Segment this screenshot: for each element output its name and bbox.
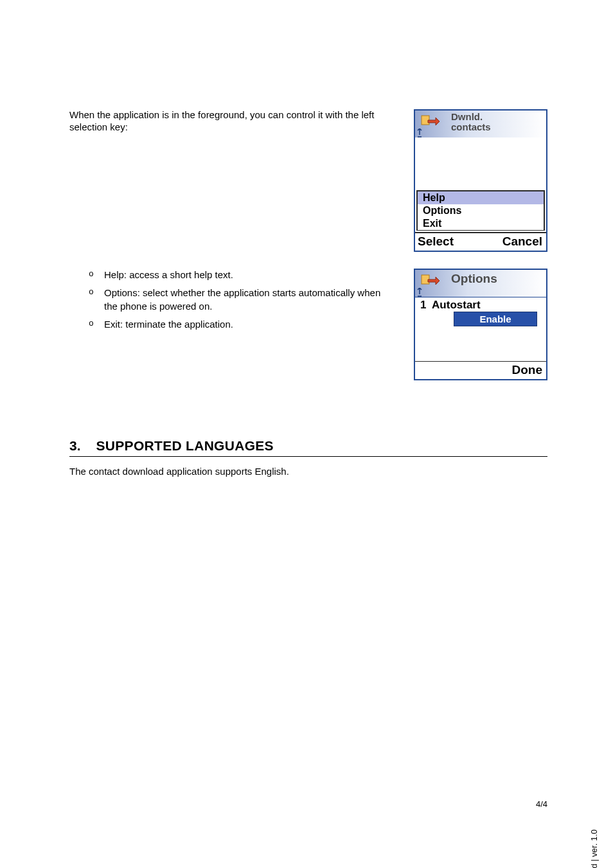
- menu-item-exit[interactable]: Exit: [418, 217, 544, 230]
- menu-item-options[interactable]: Options: [418, 204, 544, 217]
- phone-header: Options: [415, 270, 546, 297]
- option-label: Autostart: [432, 299, 481, 311]
- app-icon: [420, 272, 441, 288]
- phone-screen-options: Options 1 Autostart Enable Done: [414, 269, 547, 380]
- options-title: Options: [451, 274, 497, 284]
- phone-body-empty: [415, 137, 546, 189]
- list-item: Help: access a short help text.: [89, 269, 396, 281]
- menu-item-help[interactable]: Help: [418, 191, 544, 204]
- list-item: Options: select whether the application …: [89, 287, 396, 313]
- options-body: 1 Autostart Enable: [415, 297, 546, 329]
- softkey-done[interactable]: Done: [512, 363, 543, 377]
- enable-button[interactable]: Enable: [454, 312, 537, 326]
- section-title: SUPPORTED LANGUAGES: [96, 438, 274, 454]
- copyright-text: Copyright © 2007 Nokia. All rights reser…: [589, 829, 599, 868]
- phone-menu: Help Options Exit: [416, 190, 545, 231]
- softkey-bar: Select Cancel: [415, 232, 546, 251]
- phone-screen-menu: Dwnld. contacts Help Options Exit Select…: [414, 109, 547, 252]
- softkey-bar: Done: [415, 361, 546, 379]
- title-line1: Dwnld.: [451, 112, 491, 122]
- section-heading: 3. SUPPORTED LANGUAGES: [69, 438, 547, 457]
- section-body: The contact download application support…: [69, 466, 547, 477]
- option-row[interactable]: 1 Autostart: [418, 299, 544, 312]
- app-icon: [420, 113, 441, 128]
- phone-title: Dwnld. contacts: [451, 112, 491, 132]
- softkey-cancel[interactable]: Cancel: [502, 235, 542, 249]
- section-number: 3.: [69, 438, 81, 454]
- signal-icon: [416, 288, 423, 297]
- page-number: 4/4: [536, 799, 547, 809]
- bullet-list: Help: access a short help text. Options:…: [69, 269, 396, 336]
- list-item: Exit: terminate the application.: [89, 318, 396, 331]
- title-line2: contacts: [451, 122, 491, 132]
- intro-text: When the application is in the foregroun…: [69, 109, 396, 134]
- softkey-select[interactable]: Select: [418, 235, 454, 249]
- signal-icon: [416, 128, 423, 137]
- option-num: 1: [420, 299, 429, 312]
- options-empty: [415, 329, 546, 361]
- phone-header: Dwnld. contacts: [415, 111, 546, 137]
